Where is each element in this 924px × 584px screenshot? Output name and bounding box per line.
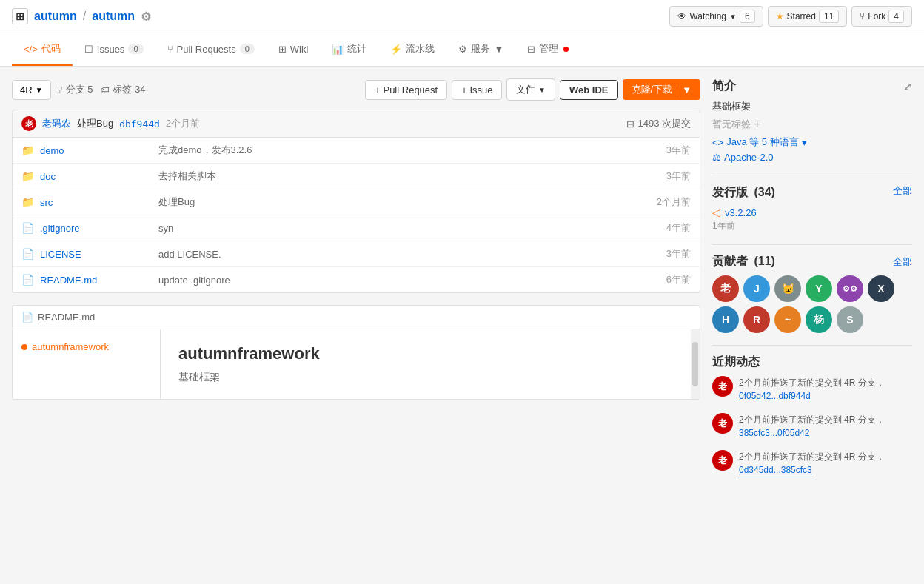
file-name[interactable]: src bbox=[40, 197, 144, 208]
contributor-avatar[interactable]: X bbox=[868, 275, 894, 302]
tab-service[interactable]: ⚙ 服务 ▼ bbox=[446, 33, 515, 66]
file-time: 2个月前 bbox=[657, 195, 691, 209]
contributor-avatar[interactable]: H bbox=[712, 306, 739, 333]
file-time: 3年前 bbox=[666, 144, 691, 157]
file-icon: 📄 bbox=[21, 222, 34, 234]
file-btn-label: 文件 bbox=[516, 84, 535, 95]
settings-icon[interactable]: ⚙ bbox=[141, 10, 151, 24]
main-content: 4R ▼ ⑂ 分支 5 🏷 标签 34 + Pull Request + Iss… bbox=[0, 67, 924, 500]
pulls-tab-label: Pull Requests bbox=[177, 44, 236, 55]
readme-content: autumnframework 基础框架 bbox=[161, 329, 691, 399]
release-version: ◁ v3.2.26 bbox=[712, 207, 912, 218]
releases-label: 发行版 bbox=[712, 186, 748, 198]
file-name[interactable]: README.md bbox=[40, 275, 144, 286]
tab-pulls[interactable]: ⑂ Pull Requests 0 bbox=[155, 35, 267, 65]
tab-pipeline[interactable]: ⚡ 流水线 bbox=[378, 33, 446, 66]
folder-icon: 📁 bbox=[21, 196, 34, 208]
folder-icon: 📁 bbox=[21, 144, 34, 156]
divider-3 bbox=[712, 345, 912, 346]
commit-hash[interactable]: dbf944d bbox=[119, 118, 160, 130]
pipeline-tab-icon: ⚡ bbox=[390, 44, 402, 55]
repo-title: ⊞ autumn / autumn ⚙ bbox=[12, 8, 151, 24]
service-tab-label: 服务 bbox=[471, 42, 490, 56]
fork-button[interactable]: ⑂ Fork 4 bbox=[851, 6, 912, 27]
watching-button[interactable]: 👁 Watching ▼ 6 bbox=[669, 6, 763, 27]
commit-author-name[interactable]: 老码农 bbox=[42, 117, 71, 130]
license-row[interactable]: ⚖ Apache-2.0 bbox=[712, 152, 912, 163]
table-row: 📁 doc 去掉相关脚本 3年前 bbox=[13, 164, 700, 189]
tab-manage[interactable]: ⊟ 管理 bbox=[515, 33, 580, 66]
wiki-tab-label: Wiki bbox=[290, 44, 309, 55]
activity-link[interactable]: 0d345dd...385cfc3 bbox=[739, 465, 812, 475]
readme-body: autumnframework autumnframework 基础框架 bbox=[13, 329, 700, 399]
branch-selector[interactable]: 4R ▼ bbox=[12, 80, 51, 100]
expand-icon[interactable]: ⤢ bbox=[903, 81, 912, 93]
contributor-avatar[interactable]: 老 bbox=[712, 275, 739, 302]
intro-description: 基础框架 bbox=[712, 100, 912, 113]
repo-name[interactable]: autumn bbox=[92, 10, 135, 23]
activity-link[interactable]: 0f05d42...dbf944d bbox=[739, 391, 811, 401]
clone-button[interactable]: 克隆/下载 ▼ bbox=[623, 79, 701, 100]
file-button[interactable]: 文件 ▼ bbox=[506, 78, 555, 101]
repo-icon: ⊞ bbox=[12, 8, 28, 24]
watching-dropdown-icon: ▼ bbox=[729, 13, 737, 21]
contributor-avatar[interactable]: J bbox=[743, 275, 770, 302]
branches-label: 分支 5 bbox=[66, 83, 93, 96]
file-name[interactable]: doc bbox=[40, 171, 144, 182]
contributor-avatar[interactable]: ⚙⚙ bbox=[837, 275, 863, 302]
contributor-avatar[interactable]: 🐱 bbox=[774, 275, 801, 302]
file-icon: 📄 bbox=[21, 274, 34, 286]
starred-count: 11 bbox=[819, 10, 839, 23]
contributor-avatar[interactable]: 杨 bbox=[806, 306, 832, 333]
branch-dropdown-icon: ▼ bbox=[36, 86, 43, 94]
toc-item[interactable]: autumnframework bbox=[21, 338, 151, 355]
pulls-badge: 0 bbox=[240, 44, 255, 54]
starred-button[interactable]: ★ Starred 11 bbox=[768, 6, 848, 27]
tab-code[interactable]: </> 代码 bbox=[12, 33, 73, 66]
contributor-avatar[interactable]: Y bbox=[806, 275, 832, 302]
activity-section: 近期动态 老 2个月前推送了新的提交到 4R 分支， 0f05d42...dbf… bbox=[712, 355, 912, 477]
branch-icon: ⑂ bbox=[57, 84, 63, 95]
pulls-tab-icon: ⑂ bbox=[167, 44, 173, 55]
service-dropdown-icon: ▼ bbox=[494, 44, 503, 55]
branches-info: ⑂ 分支 5 bbox=[57, 83, 93, 96]
webide-button[interactable]: Web IDE bbox=[560, 80, 618, 100]
file-name[interactable]: LICENSE bbox=[40, 249, 144, 260]
contributor-avatar[interactable]: ~ bbox=[774, 306, 801, 333]
service-tab-icon: ⚙ bbox=[458, 44, 467, 55]
contributor-avatar[interactable]: R bbox=[743, 306, 770, 333]
tab-stats[interactable]: 📊 统计 bbox=[320, 33, 378, 66]
tab-wiki[interactable]: ⊞ Wiki bbox=[267, 35, 321, 65]
readme-scrollbar[interactable] bbox=[691, 329, 700, 399]
releases-title-label: 发行版 (34) bbox=[712, 185, 775, 201]
activity-description: 2个月前推送了新的提交到 4R 分支， bbox=[739, 377, 885, 388]
stats-tab-label: 统计 bbox=[347, 42, 366, 56]
release-version-link[interactable]: v3.2.26 bbox=[725, 207, 757, 218]
activity-item: 老 2个月前推送了新的提交到 4R 分支， 385cfc3...0f05d42 bbox=[712, 413, 912, 440]
readme-file-icon: 📄 bbox=[21, 312, 33, 323]
issue-button[interactable]: + Issue bbox=[452, 80, 502, 100]
manage-tab-label: 管理 bbox=[539, 42, 558, 56]
file-name[interactable]: .gitignore bbox=[40, 223, 144, 234]
language-row[interactable]: <> Java 等 5 种语言 ▾ bbox=[712, 135, 912, 149]
add-tag-button[interactable]: + bbox=[754, 118, 760, 131]
fork-icon: ⑂ bbox=[860, 11, 865, 21]
activity-text: 2个月前推送了新的提交到 4R 分支， 385cfc3...0f05d42 bbox=[739, 413, 885, 440]
pull-request-button[interactable]: + Pull Request bbox=[365, 80, 447, 100]
file-message: syn bbox=[144, 223, 666, 234]
repo-owner[interactable]: autumn bbox=[34, 10, 77, 23]
branch-name: 4R bbox=[20, 84, 33, 95]
left-panel: 4R ▼ ⑂ 分支 5 🏷 标签 34 + Pull Request + Iss… bbox=[12, 78, 700, 489]
branch-info: ⑂ 分支 5 🏷 标签 34 bbox=[57, 83, 360, 96]
intro-title: 简介 ⤢ bbox=[712, 78, 912, 94]
file-time: 4年前 bbox=[666, 221, 691, 235]
watching-label: Watching bbox=[689, 11, 726, 21]
tab-issues[interactable]: ☐ Issues 0 bbox=[73, 35, 155, 65]
activity-link[interactable]: 385cfc3...0f05d42 bbox=[739, 428, 809, 438]
divider-1 bbox=[712, 175, 912, 175]
contributors-all-link[interactable]: 全部 bbox=[893, 255, 912, 269]
releases-all-link[interactable]: 全部 bbox=[893, 184, 912, 198]
file-name[interactable]: demo bbox=[40, 145, 144, 156]
release-icon: ◁ bbox=[712, 207, 720, 218]
contributor-avatar[interactable]: S bbox=[837, 306, 863, 333]
